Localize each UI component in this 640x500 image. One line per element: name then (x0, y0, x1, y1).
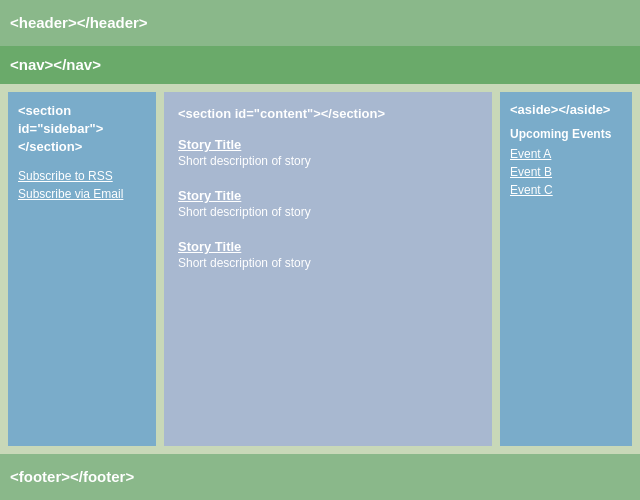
event-c-link[interactable]: Event C (510, 183, 622, 197)
nav-label: <nav></nav> (10, 56, 101, 73)
upcoming-events-label: Upcoming Events (510, 127, 622, 141)
header-bar: <header></header> (0, 0, 640, 46)
story-item-2: Story Title Short description of story (178, 188, 478, 219)
content-title: <section id="content"></section> (178, 106, 478, 121)
aside-title: <aside></aside> (510, 102, 622, 117)
story-desc-3: Short description of story (178, 256, 478, 270)
aside-section: <aside></aside> Upcoming Events Event A … (500, 92, 632, 446)
story-desc-2: Short description of story (178, 205, 478, 219)
footer-label: <footer></footer> (10, 468, 134, 485)
story-item-1: Story Title Short description of story (178, 137, 478, 168)
aside-links: Event A Event B Event C (510, 147, 622, 197)
story-desc-1: Short description of story (178, 154, 478, 168)
email-link[interactable]: Subscribe via Email (18, 187, 146, 201)
story-title-3[interactable]: Story Title (178, 239, 478, 254)
story-item-3: Story Title Short description of story (178, 239, 478, 270)
rss-link[interactable]: Subscribe to RSS (18, 169, 146, 183)
sidebar: <section id="sidebar"></section> Subscri… (8, 92, 156, 446)
sidebar-links: Subscribe to RSS Subscribe via Email (18, 169, 146, 201)
event-b-link[interactable]: Event B (510, 165, 622, 179)
story-title-2[interactable]: Story Title (178, 188, 478, 203)
story-title-1[interactable]: Story Title (178, 137, 478, 152)
footer-bar: <footer></footer> (0, 454, 640, 500)
sidebar-title: <section id="sidebar"></section> (18, 102, 146, 157)
content-section: <section id="content"></section> Story T… (164, 92, 492, 446)
main-area: <section id="sidebar"></section> Subscri… (0, 84, 640, 454)
header-label: <header></header> (10, 14, 148, 31)
page-wrapper: <header></header> <nav></nav> <section i… (0, 0, 640, 500)
event-a-link[interactable]: Event A (510, 147, 622, 161)
nav-bar: <nav></nav> (0, 46, 640, 84)
